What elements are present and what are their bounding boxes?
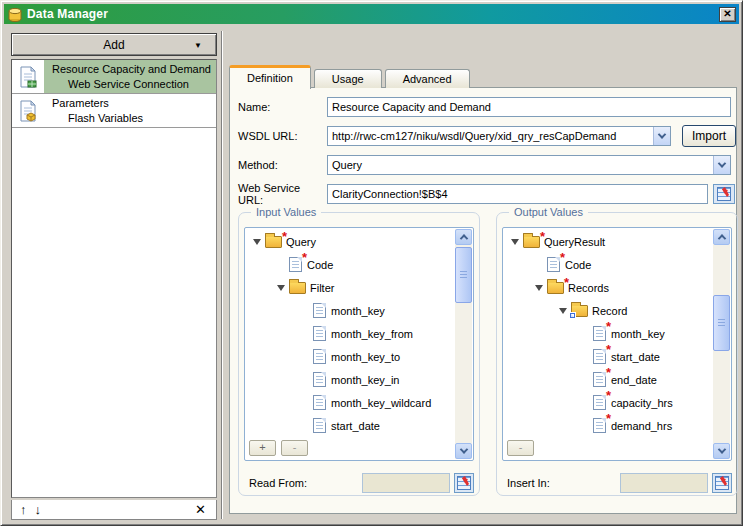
chevron-down-icon <box>658 130 666 138</box>
list-item-parameters[interactable]: Parameters Flash Variables <box>12 94 216 128</box>
scroll-up-button[interactable] <box>455 229 472 245</box>
required-asterisk-icon: * <box>540 229 545 244</box>
tree-item[interactable]: month_key_to <box>245 345 454 368</box>
scrollbar[interactable] <box>455 229 472 459</box>
scrollbar-thumb[interactable] <box>713 295 730 351</box>
document-icon: * <box>547 257 560 272</box>
flash-parameters-doc-icon <box>19 100 37 122</box>
required-asterisk-icon: * <box>282 229 287 244</box>
document-icon <box>313 303 326 318</box>
move-down-icon[interactable]: ↓ <box>35 502 42 517</box>
add-button[interactable]: Add ▼ <box>11 33 217 56</box>
tree-item[interactable]: * Records <box>503 276 712 299</box>
required-asterisk-icon: * <box>560 250 565 265</box>
tab-definition[interactable]: Definition <box>229 65 311 89</box>
tab-strip: Definition Usage Advanced <box>229 64 473 88</box>
cell-picker-button[interactable] <box>454 473 474 493</box>
name-input[interactable] <box>327 97 731 117</box>
remove-node-button[interactable]: - <box>507 440 534 456</box>
tab-advanced[interactable]: Advanced <box>385 69 470 88</box>
tree-item[interactable]: * Query <box>245 230 454 253</box>
close-button[interactable]: ✕ <box>719 7 736 22</box>
add-button-label: Add <box>103 38 124 52</box>
panel-divider <box>221 31 223 519</box>
collapse-triangle-icon[interactable] <box>535 285 543 291</box>
tree-item[interactable]: * Code <box>245 253 454 276</box>
scroll-up-button[interactable] <box>713 229 730 245</box>
collapse-triangle-icon[interactable] <box>511 239 519 245</box>
input-values-group: Input Values * Query * Code <box>238 212 480 496</box>
definition-tab-page: Name: WSDL URL: http://rwc-cm127/niku/ws… <box>229 87 737 514</box>
list-item-resource-capacity[interactable]: Resource Capacity and Demand Web Service… <box>12 60 216 94</box>
method-dropdown-button[interactable] <box>713 156 730 174</box>
web-service-url-label: Web Service URL: <box>238 182 327 206</box>
cell-reference-icon <box>457 476 471 490</box>
close-icon: ✕ <box>723 9 731 19</box>
tab-usage[interactable]: Usage <box>314 69 382 88</box>
web-service-url-input[interactable] <box>327 184 708 204</box>
required-asterisk-icon: * <box>606 388 611 403</box>
collapse-triangle-icon[interactable] <box>559 308 567 314</box>
scroll-down-button[interactable] <box>455 443 472 459</box>
insert-in-input[interactable] <box>620 473 708 493</box>
database-icon <box>7 7 23 22</box>
chevron-down-icon <box>717 445 725 453</box>
cell-reference-icon <box>715 476 729 490</box>
list-toolbar: ↑ ↓ ✕ <box>11 500 217 520</box>
tree-item[interactable]: month_key_from <box>245 322 454 345</box>
tree-item[interactable]: * QueryResult <box>503 230 712 253</box>
scroll-down-button[interactable] <box>713 443 730 459</box>
tree-item[interactable]: month_key_in <box>245 368 454 391</box>
remove-node-button[interactable]: - <box>281 440 308 456</box>
chevron-down-icon: ▼ <box>194 41 202 50</box>
document-icon <box>313 395 326 410</box>
item-subtitle: Web Service Connection <box>44 77 216 92</box>
collapse-triangle-icon[interactable] <box>277 285 285 291</box>
document-icon: * <box>593 326 606 341</box>
insert-in-label: Insert In: <box>502 477 620 489</box>
required-asterisk-icon: * <box>564 275 569 290</box>
document-icon: * <box>593 395 606 410</box>
tree-item[interactable]: month_key_wildcard <box>245 391 454 414</box>
window-title: Data Manager <box>27 7 108 21</box>
document-icon: * <box>593 349 606 364</box>
delete-icon[interactable]: ✕ <box>195 502 206 517</box>
input-values-title: Input Values <box>251 206 321 218</box>
data-manager-window: Data Manager ✕ Add ▼ Resource Capacity a… <box>0 0 743 526</box>
tree-item[interactable]: start_date <box>245 414 454 437</box>
chevron-down-icon <box>459 445 467 453</box>
scrollbar[interactable] <box>713 229 730 459</box>
required-asterisk-icon: * <box>606 342 611 357</box>
wsdl-url-combobox[interactable]: http://rwc-cm127/niku/wsdl/Query/xid_qry… <box>327 126 671 146</box>
method-value: Query <box>328 159 713 171</box>
wsdl-url-label: WSDL URL: <box>238 130 327 142</box>
document-icon <box>313 372 326 387</box>
document-icon: * <box>289 257 302 272</box>
collapse-triangle-icon[interactable] <box>253 239 261 245</box>
tree-item[interactable]: * demand_hrs <box>503 414 712 437</box>
move-up-icon[interactable]: ↑ <box>20 502 27 517</box>
folder-icon <box>289 282 306 294</box>
import-button[interactable]: Import <box>682 125 736 147</box>
cell-picker-button[interactable] <box>712 473 732 493</box>
method-combobox[interactable]: Query <box>327 155 731 175</box>
cell-picker-button[interactable] <box>713 184 735 204</box>
read-from-input[interactable] <box>362 473 450 493</box>
cell-reference-icon <box>717 187 731 201</box>
folder-icon: * <box>523 236 540 248</box>
item-subtitle: Flash Variables <box>44 111 216 126</box>
add-node-button[interactable]: + <box>249 440 276 456</box>
chevron-up-icon <box>459 234 467 242</box>
required-asterisk-icon: * <box>606 365 611 380</box>
method-label: Method: <box>238 159 327 171</box>
document-icon: * <box>593 418 606 433</box>
scrollbar-thumb[interactable] <box>455 247 472 303</box>
data-source-list: Resource Capacity and Demand Web Service… <box>11 59 217 498</box>
tree-item[interactable]: * Code <box>503 253 712 276</box>
output-values-tree: * QueryResult * Code * Records <box>502 227 732 461</box>
chevron-up-icon <box>717 234 725 242</box>
wsdl-dropdown-button[interactable] <box>653 127 670 145</box>
tree-item[interactable]: Filter <box>245 276 454 299</box>
tree-item[interactable]: month_key <box>245 299 454 322</box>
folder-icon: * <box>547 282 564 294</box>
